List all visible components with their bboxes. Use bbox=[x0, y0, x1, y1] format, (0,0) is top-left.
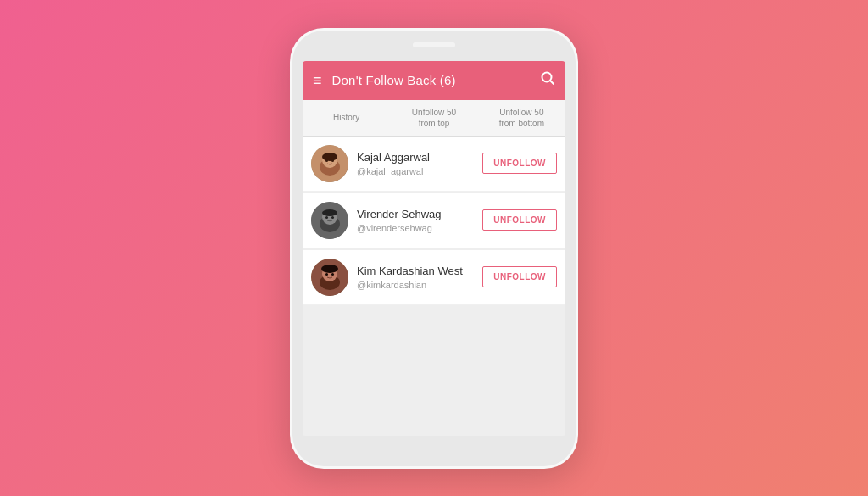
tab-history[interactable]: History bbox=[303, 100, 390, 136]
search-icon[interactable] bbox=[540, 70, 555, 90]
avatar-virender bbox=[311, 202, 348, 239]
unfollow-button-kim[interactable]: UNFOLLOW bbox=[482, 266, 557, 287]
phone-screen: ≡ Don't Follow Back (6) History Unfollow… bbox=[303, 61, 565, 436]
tabs-row: History Unfollow 50from top Unfollow 50f… bbox=[303, 100, 565, 137]
user-item-kim: Kim Kardashian West @kimkardashian UNFOL… bbox=[303, 250, 565, 305]
svg-line-1 bbox=[550, 81, 554, 84]
svg-point-6 bbox=[326, 159, 328, 162]
user-info-virender: Virender Sehwag @virendersehwag bbox=[357, 207, 482, 232]
svg-point-5 bbox=[322, 153, 337, 161]
svg-point-17 bbox=[321, 265, 338, 273]
user-name-kim: Kim Kardashian West bbox=[357, 264, 482, 279]
svg-point-7 bbox=[331, 159, 334, 162]
user-name-kajal: Kajal Aggarwal bbox=[357, 150, 482, 165]
user-handle-kajal: @kajal_agarwal bbox=[357, 166, 482, 176]
user-info-kim: Kim Kardashian West @kimkardashian bbox=[357, 264, 482, 289]
unfollow-button-virender[interactable]: UNFOLLOW bbox=[482, 209, 557, 231]
user-item-virender: Virender Sehwag @virendersehwag UNFOLLOW bbox=[303, 193, 565, 248]
unfollow-button-kajal[interactable]: UNFOLLOW bbox=[482, 153, 557, 174]
user-info-kajal: Kajal Aggarwal @kajal_agarwal bbox=[357, 150, 482, 176]
user-item-kajal: Kajal Aggarwal @kajal_agarwal UNFOLLOW bbox=[303, 137, 565, 192]
user-handle-kim: @kimkardashian bbox=[357, 280, 482, 290]
svg-point-19 bbox=[331, 273, 334, 276]
phone-speaker bbox=[413, 42, 455, 47]
svg-point-18 bbox=[326, 273, 328, 276]
user-name-virender: Virender Sehwag bbox=[357, 207, 482, 222]
user-handle-virender: @virendersehwag bbox=[357, 223, 482, 233]
svg-point-11 bbox=[322, 209, 337, 216]
phone-mockup: ≡ Don't Follow Back (6) History Unfollow… bbox=[290, 28, 578, 469]
user-list: Kajal Aggarwal @kajal_agarwal UNFOLLOW bbox=[303, 137, 565, 436]
menu-icon[interactable]: ≡ bbox=[313, 73, 322, 88]
tab-unfollow-top[interactable]: Unfollow 50from top bbox=[390, 100, 477, 136]
svg-point-12 bbox=[326, 216, 328, 219]
svg-point-13 bbox=[331, 216, 334, 219]
app-title: Don't Follow Back (6) bbox=[332, 73, 540, 87]
avatar-kim bbox=[311, 259, 348, 296]
phone-frame: ≡ Don't Follow Back (6) History Unfollow… bbox=[290, 28, 578, 469]
app-bar: ≡ Don't Follow Back (6) bbox=[303, 61, 565, 100]
avatar-kajal bbox=[311, 145, 348, 182]
tab-unfollow-bottom[interactable]: Unfollow 50from bottom bbox=[478, 100, 565, 136]
